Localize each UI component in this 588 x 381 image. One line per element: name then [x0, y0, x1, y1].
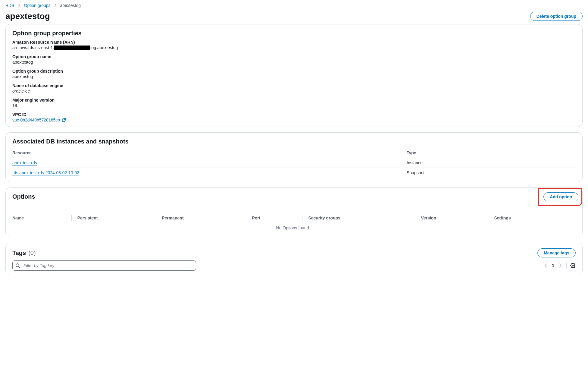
resource-link[interactable]: apex-test-rds	[12, 160, 37, 165]
properties-panel-title: Option group properties	[12, 30, 82, 37]
prop-arn-value: arn:aws:rds:us-east-1::og:apextestog	[12, 45, 118, 50]
add-option-highlight: Add option	[538, 188, 582, 206]
col-persistent[interactable]: Persistent	[74, 213, 159, 223]
page-title: apextestog	[5, 11, 50, 21]
arn-suffix: :og:apextestog	[90, 45, 118, 50]
vpc-link[interactable]: vpc-0b2d440b5728165cb	[12, 118, 66, 122]
arn-prefix: arn:aws:rds:us-east-1:	[12, 45, 54, 50]
prop-major: Major engine version 19	[12, 98, 576, 108]
col-settings[interactable]: Settings	[491, 213, 576, 223]
associated-panel: Associated DB instances and snapshots Re…	[5, 132, 583, 182]
prop-desc-label: Option group description	[12, 69, 576, 74]
redacted-account	[54, 46, 90, 50]
col-version[interactable]: Version	[418, 213, 491, 223]
tags-count: (0)	[28, 250, 36, 257]
manage-tags-button[interactable]: Manage tags	[537, 248, 576, 257]
vpc-id-text: vpc-0b2d440b5728165cb	[12, 118, 60, 122]
prop-desc-value: apextestog	[12, 74, 576, 79]
svg-point-0	[16, 264, 19, 267]
page-next-button[interactable]	[558, 263, 563, 268]
page-prev-button[interactable]	[543, 263, 548, 268]
svg-point-1	[572, 265, 574, 266]
table-row: apex-test-rds Instance	[12, 158, 576, 168]
prop-desc: Option group description apextestog	[12, 69, 576, 79]
col-secgroups[interactable]: Security groups	[305, 213, 418, 223]
prop-major-value: 19	[12, 103, 576, 108]
prop-name-value: apextestog	[12, 60, 576, 65]
prop-engine-label: Name of database engine	[12, 83, 576, 88]
divider	[566, 263, 567, 269]
options-table: Name Persistent Permanent Port Security …	[12, 213, 576, 233]
prop-engine: Name of database engine oracle-ee	[12, 83, 576, 93]
tag-filter-input[interactable]	[12, 260, 196, 271]
chevron-right-icon	[54, 4, 57, 7]
settings-gear-icon[interactable]	[570, 263, 576, 268]
prop-engine-value: oracle-ee	[12, 89, 576, 93]
delete-option-group-button[interactable]: Delete option group	[530, 12, 583, 21]
tags-panel-title: Tags (0)	[12, 250, 36, 257]
col-port[interactable]: Port	[249, 213, 305, 223]
col-resource[interactable]: Resource	[12, 148, 407, 158]
table-row: rds:apex-test-rds-2024-08-02-10-02 Snaps…	[12, 168, 576, 178]
breadcrumb-current: apextestog	[60, 3, 81, 8]
chevron-right-icon	[17, 4, 21, 7]
tag-search-wrap	[12, 260, 196, 271]
search-icon	[15, 263, 20, 268]
empty-state-row: No Options found	[12, 223, 576, 233]
prop-vpc-label: VPC ID	[12, 112, 576, 117]
resource-type: Snapshot	[407, 168, 576, 178]
associated-panel-title: Associated DB instances and snapshots	[12, 138, 129, 145]
breadcrumb-root[interactable]: RDS	[5, 3, 14, 8]
tags-title-text: Tags	[12, 250, 26, 257]
col-type[interactable]: Type	[407, 148, 576, 158]
prop-name: Option group name apextestog	[12, 54, 576, 65]
prop-name-label: Option group name	[12, 54, 576, 59]
page-header: apextestog Delete option group	[5, 11, 583, 21]
prop-vpc: VPC ID vpc-0b2d440b5728165cb	[12, 112, 576, 122]
page-number: 1	[552, 263, 554, 268]
breadcrumb-parent[interactable]: Option groups	[24, 3, 51, 8]
pager: 1	[543, 263, 576, 269]
options-panel-title: Options	[12, 193, 35, 200]
external-link-icon	[62, 118, 66, 122]
col-permanent[interactable]: Permanent	[159, 213, 249, 223]
properties-panel: Option group properties Amazon Resource …	[5, 24, 583, 127]
col-name[interactable]: Name	[12, 213, 74, 223]
options-panel: Options Add option Name Persistent Perma…	[5, 187, 583, 237]
prop-major-label: Major engine version	[12, 98, 576, 102]
prop-arn-label: Amazon Resource Name (ARN)	[12, 40, 576, 45]
prop-arn: Amazon Resource Name (ARN) arn:aws:rds:u…	[12, 40, 576, 50]
breadcrumb: RDS Option groups apextestog	[5, 2, 583, 10]
add-option-button[interactable]: Add option	[543, 192, 578, 201]
resource-link[interactable]: rds:apex-test-rds-2024-08-02-10-02	[12, 170, 79, 175]
empty-state-text: No Options found	[12, 223, 576, 233]
tags-panel: Tags (0) Manage tags 1	[5, 243, 583, 275]
resource-type: Instance	[407, 158, 576, 168]
associated-table: Resource Type apex-test-rds Instance rds…	[12, 148, 576, 178]
